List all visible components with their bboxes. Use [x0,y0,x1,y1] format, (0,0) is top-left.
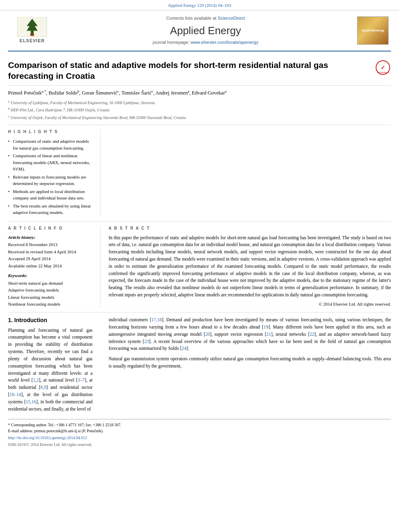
svg-text:✓: ✓ [380,64,385,71]
svg-text:CrossMark: CrossMark [377,71,389,74]
authors: Primož Potočnika,*, Božidar Soldob, Gora… [8,90,226,96]
corresponding-footnote: * Corresponding author. Tel.: +386 1 477… [8,422,391,428]
intro-right-col: individual customers [17,18]. Demand and… [101,316,391,416]
history-online: Available online 22 May 2014 [8,263,92,270]
crossmark-icon: ✓ CrossMark [376,60,390,75]
main-content: Comparison of static and adaptive models… [8,51,391,452]
keywords-list: Short-term natural gas demand Adaptive f… [8,280,92,308]
sciencedirect-line: Contents lists available at ScienceDirec… [64,15,347,21]
journal-header: ELSEVIER Contents lists available at Sci… [8,10,391,51]
applied-energy-badge: AppliedEnergy [357,16,389,45]
introduction-section: 1. Introduction Planning and forecasting… [8,312,391,416]
svg-rect-2 [30,33,34,36]
abstract-text: In this paper the performance of static … [109,234,391,299]
journal-homepage: journal homepage: www.elsevier.com/locat… [64,39,347,45]
keyword-1: Short-term natural gas demand [8,280,92,287]
journal-badge-area: AppliedEnergy [355,14,391,47]
highlight-item-5: The best results are obtained by using l… [8,203,92,216]
highlights-section: H I G H L I G H T S Comparisons of stati… [8,125,391,222]
abstract-heading: A B S T R A C T [109,226,391,231]
article-history-label: Article history: [8,234,92,240]
journal-top-bar: Applied Energy 129 (2014) 94–103 [0,0,399,10]
intro-right-para1: individual customers [17,18]. Demand and… [109,316,391,352]
keyword-2: Adaptive forecasting models [8,287,92,294]
elsevier-logo-area: ELSEVIER [8,14,56,47]
authors-section: Primož Potočnika,*, Božidar Soldob, Gora… [8,86,391,99]
highlights-list: Comparisons of static and adaptive model… [8,138,92,216]
highlight-item-3: Relevant inputs to forecasting models ar… [8,174,92,187]
keyword-4: Nonlinear forecasting models [8,301,92,308]
crossmark-area[interactable]: ✓ CrossMark [375,60,391,76]
history-revised: Received in revised form 4 April 2014 [8,249,92,256]
copyright-footer: 0306-2619/© 2014 Elsevier Ltd. All right… [8,442,391,448]
article-info-heading: A R T I C L E I N F O [8,226,92,231]
email-footnote: E-mail address: primoz.potocnik@fs.uni-l… [8,428,391,434]
intro-left-para1: Planning and forecasting of natural gas … [8,327,93,413]
article-info-abstract-section: A R T I C L E I N F O Article history: R… [8,222,391,313]
abstract-section: A B S T R A C T In this paper the perfor… [101,226,391,308]
intro-left-col: 1. Introduction Planning and forecasting… [8,316,101,416]
highlights-heading: H I G H L I G H T S [8,129,92,135]
history-accepted: Accepted 29 April 2014 [8,255,92,263]
affiliation-c: c University of Osijek, Faculty of Mecha… [8,114,391,121]
highlight-item-4: Methods are applied to local distributio… [8,188,92,201]
highlights-col: H I G H L I G H T S Comparisons of stati… [8,129,101,217]
affiliation-b: b HEP-Plin Ltd., Cara Hadrijana 7, HR-31… [8,107,391,113]
elsevier-tree-icon [16,17,48,37]
article-title-section: Comparison of static and adaptive models… [8,55,391,86]
highlight-item-2: Comparisons of linear and nonlinear fore… [8,152,92,173]
highlight-item-1: Comparisons of static and adaptive model… [8,138,92,151]
journal-header-center: Contents lists available at ScienceDirec… [56,14,355,47]
affiliations-section: a University of Ljubljana, Faculty of Me… [8,99,391,125]
keywords-label: Keywords: [8,273,92,279]
history-received: Received 8 November 2013 [8,241,92,249]
article-history: Received 8 November 2013 Received in rev… [8,241,92,269]
elsevier-text: ELSEVIER [20,38,45,44]
highlights-right-empty [101,129,391,217]
elsevier-logo: ELSEVIER [16,17,48,44]
abstract-copyright: © 2014 Elsevier Ltd. All rights reserved… [109,301,391,307]
footnote-area: * Corresponding author. Tel.: +386 1 477… [8,419,391,448]
section-1-heading: 1. Introduction [8,316,93,325]
keyword-3: Linear forecasting models [8,294,92,301]
journal-title: Applied Energy [64,23,347,38]
affiliation-a: a University of Ljubljana, Faculty of Me… [8,99,391,106]
article-info-left: A R T I C L E I N F O Article history: R… [8,226,101,308]
doi-line[interactable]: http://dx.doi.org/10.1016/j.apenergy.201… [8,435,391,441]
journal-url[interactable]: www.elsevier.com/locate/apenergy [191,40,259,45]
sciencedirect-link[interactable]: ScienceDirect [218,16,245,21]
intro-right-para2: Natural gas transmission system operator… [109,355,391,370]
article-title: Comparison of static and adaptive models… [8,60,371,82]
